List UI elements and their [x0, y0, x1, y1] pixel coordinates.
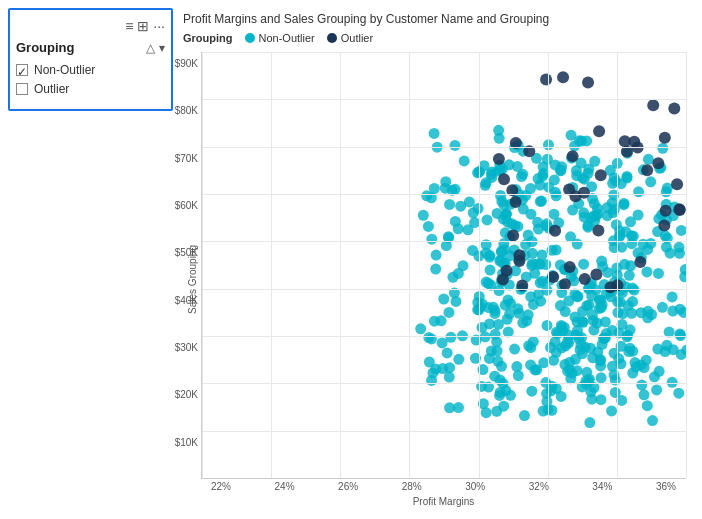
- v-grid-line: [548, 52, 549, 478]
- v-grid-line: [686, 52, 687, 478]
- panel-header-icons: △ ▾: [146, 41, 165, 55]
- checkbox-non-outlier[interactable]: ✓: [16, 64, 28, 76]
- lines-icon[interactable]: ≡: [125, 18, 133, 34]
- expand-icon[interactable]: △: [146, 41, 155, 55]
- legend-item-non-outlier: Non-Outlier: [245, 32, 315, 44]
- filter-item-non-outlier[interactable]: ✓ Non-Outlier: [16, 63, 165, 77]
- y-tick-label: $60K: [162, 199, 198, 210]
- x-axis-label: Profit Margins: [201, 496, 686, 507]
- y-tick-label: $90K: [162, 58, 198, 69]
- more-icon[interactable]: ···: [153, 18, 165, 34]
- filter-item-outlier[interactable]: Outlier: [16, 82, 165, 96]
- x-tick-label: 28%: [392, 481, 432, 492]
- legend-dot-non-outlier: [245, 33, 255, 43]
- chart-title: Profit Margins and Sales Grouping by Cus…: [183, 12, 686, 26]
- x-tick-label: 32%: [519, 481, 559, 492]
- h-grid-line: [202, 289, 686, 290]
- y-tick-label: $70K: [162, 152, 198, 163]
- h-grid-line: [202, 431, 686, 432]
- v-grid-line: [409, 52, 410, 478]
- v-grid-line: [340, 52, 341, 478]
- v-grid-line: [271, 52, 272, 478]
- chart-legend: Grouping Non-Outlier Outlier: [183, 32, 686, 44]
- y-tick-label: $10K: [162, 436, 198, 447]
- h-grid-line: [202, 99, 686, 100]
- panel-header: Grouping △ ▾: [16, 40, 165, 55]
- x-axis-ticks: 22%24%26%28%30%32%34%36%: [201, 481, 686, 492]
- h-grid-line: [202, 147, 686, 148]
- panel-toolbar: ≡ ⊞ ···: [16, 18, 165, 34]
- legend-dot-outlier: [327, 33, 337, 43]
- grid-icon[interactable]: ⊞: [137, 18, 149, 34]
- y-tick-label: $80K: [162, 105, 198, 116]
- legend-item-outlier: Outlier: [327, 32, 373, 44]
- h-grid-line: [202, 241, 686, 242]
- x-tick-label: 22%: [201, 481, 241, 492]
- h-grid-line: [202, 52, 686, 53]
- x-tick-label: 30%: [455, 481, 495, 492]
- y-tick-label: $40K: [162, 294, 198, 305]
- y-tick-label: $20K: [162, 389, 198, 400]
- x-tick-label: 36%: [646, 481, 686, 492]
- checkbox-outlier[interactable]: [16, 83, 28, 95]
- filter-panel: ≡ ⊞ ··· Grouping △ ▾ ✓ Non-Outlier Outli…: [8, 8, 173, 111]
- x-tick-label: 24%: [265, 481, 305, 492]
- x-tick-label: 26%: [328, 481, 368, 492]
- panel-title: Grouping: [16, 40, 75, 55]
- h-grid-line: [202, 194, 686, 195]
- chart-inner: $90K$80K$70K$60K$50K$40K$30K$20K$10K 22%…: [201, 52, 686, 507]
- legend-label-non-outlier: Non-Outlier: [259, 32, 315, 44]
- v-grid-line: [479, 52, 480, 478]
- chart-plot: $90K$80K$70K$60K$50K$40K$30K$20K$10K: [201, 52, 686, 479]
- y-tick-label: $50K: [162, 247, 198, 258]
- legend-label-outlier: Outlier: [341, 32, 373, 44]
- chart-area: Profit Margins and Sales Grouping by Cus…: [173, 0, 702, 519]
- chevron-down-icon[interactable]: ▾: [159, 41, 165, 55]
- filter-label-non-outlier: Non-Outlier: [34, 63, 95, 77]
- legend-grouping-label: Grouping: [183, 32, 233, 44]
- chart-wrapper: Sales Grouping $90K$80K$70K$60K$50K$40K$…: [183, 52, 686, 507]
- v-grid-line: [617, 52, 618, 478]
- y-tick-label: $30K: [162, 341, 198, 352]
- h-grid-line: [202, 336, 686, 337]
- filter-label-outlier: Outlier: [34, 82, 69, 96]
- v-grid-line: [202, 52, 203, 478]
- scatter-canvas: [202, 52, 687, 479]
- h-grid-line: [202, 383, 686, 384]
- x-tick-label: 34%: [582, 481, 622, 492]
